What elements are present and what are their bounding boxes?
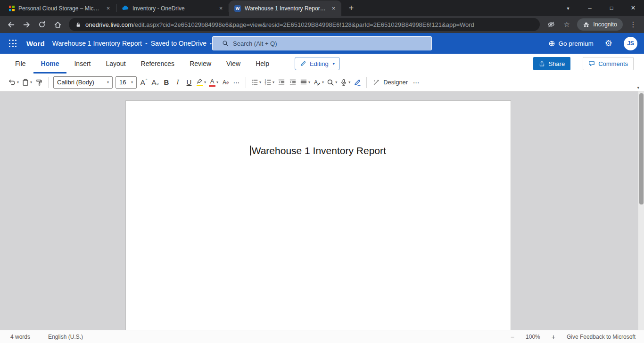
scrollbar-thumb[interactable] — [639, 93, 644, 204]
chevron-down-icon: ▾ — [216, 80, 218, 84]
ribbon-tab-insert[interactable]: Insert — [66, 54, 98, 74]
app-launcher-waffle-icon[interactable] — [9, 40, 17, 47]
underline-button[interactable]: U — [183, 75, 195, 90]
bullets-button[interactable]: ▾ — [249, 75, 263, 90]
font-name-value: Calibri (Body) — [57, 79, 94, 86]
go-premium-button[interactable]: Go premium — [548, 40, 594, 47]
font-color-button[interactable]: A ▾ — [207, 75, 220, 90]
forward-button[interactable] — [19, 17, 33, 32]
back-button[interactable] — [4, 17, 18, 32]
ribbon-tab-references[interactable]: References — [133, 54, 182, 74]
editing-mode-dropdown[interactable]: Editing ▾ — [295, 57, 340, 70]
chevron-down-icon: ▾ — [210, 41, 212, 46]
italic-button[interactable]: I — [172, 75, 183, 90]
new-tab-button[interactable]: + — [345, 1, 358, 15]
tab-search-chevron-icon[interactable]: ▾ — [557, 0, 579, 16]
app-name[interactable]: Word — [26, 40, 45, 48]
save-status: Saved to OneDrive — [151, 40, 206, 47]
align-text-icon — [300, 79, 307, 86]
home-icon — [54, 21, 62, 29]
clear-formatting-button[interactable]: A — [220, 75, 231, 90]
editor-button[interactable] — [352, 75, 363, 90]
font-size-select[interactable]: 16 ▾ — [116, 76, 137, 89]
browser-nav-bar: onedrive.live.com/edit.aspx?cid=2e651029… — [0, 16, 644, 33]
svg-text:A: A — [223, 79, 226, 86]
ribbon-tab-layout[interactable]: Layout — [98, 54, 133, 74]
window-minimize-button[interactable]: – — [579, 0, 601, 16]
increase-indent-button[interactable] — [287, 75, 298, 90]
shrink-font-button[interactable]: Av — [149, 75, 161, 90]
document-heading[interactable]: Warehouse 1 Inventory Report — [126, 145, 511, 156]
chevron-down-icon: ▾ — [259, 80, 261, 84]
paste-button[interactable]: ▾ — [20, 75, 33, 90]
caret-down-icon: v — [157, 82, 159, 86]
designer-label: Designer — [383, 79, 408, 86]
browser-tab-personal-cloud-storage[interactable]: Personal Cloud Storage – Micros × — [4, 0, 116, 16]
zoom-level[interactable]: 100% — [526, 334, 540, 340]
url-path: /edit.aspx?cid=2e651029b84998e6&page=vie… — [133, 21, 474, 28]
tracking-protection-button[interactable] — [544, 17, 558, 32]
search-placeholder: Search (Alt + Q) — [233, 40, 277, 47]
reload-button[interactable] — [35, 17, 49, 32]
window-close-button[interactable]: × — [622, 0, 644, 16]
search-input[interactable]: Search (Alt + Q) — [212, 36, 432, 50]
chevron-down-icon: ▾ — [333, 62, 335, 66]
settings-gear-icon[interactable]: ⚙ — [605, 39, 612, 48]
font-name-select[interactable]: Calibri (Body) ▾ — [53, 76, 113, 89]
account-avatar[interactable]: JS — [624, 37, 637, 50]
alignment-button[interactable]: ▾ — [298, 75, 312, 90]
designer-wand-icon — [373, 79, 380, 86]
close-tab-icon[interactable]: × — [217, 4, 225, 12]
close-tab-icon[interactable]: × — [330, 4, 338, 12]
highlight-color-button[interactable]: ▾ — [195, 75, 207, 90]
undo-button[interactable]: ▾ — [7, 75, 20, 90]
chevron-down-icon: ▾ — [131, 80, 133, 84]
more-font-options-button[interactable]: ⋯ — [231, 75, 242, 90]
chevron-down-icon: ▾ — [308, 80, 310, 84]
browser-tab-inventory-onedrive[interactable]: Inventory - OneDrive × — [116, 0, 229, 16]
ribbon-tab-view[interactable]: View — [219, 54, 248, 74]
status-right-group: − 100% + Give Feedback to Microsoft — [511, 333, 636, 341]
language-selector[interactable]: English (U.S.) — [48, 334, 83, 340]
document-page[interactable]: Warehouse 1 Inventory Report — [125, 100, 511, 330]
ribbon-tab-file[interactable]: File — [8, 54, 33, 74]
bold-button[interactable]: B — [161, 75, 172, 90]
format-painter-button[interactable] — [33, 75, 45, 90]
incognito-label: Incognito — [593, 21, 617, 28]
window-maximize-button[interactable]: □ — [601, 0, 622, 16]
word-count[interactable]: 4 words — [10, 334, 30, 340]
find-button[interactable]: ▾ — [325, 75, 339, 90]
styles-button[interactable]: A ▾ — [312, 75, 325, 90]
ribbon-collapse-button[interactable]: ▾ — [635, 85, 641, 90]
browser-tab-warehouse-report[interactable]: W Warehouse 1 Inventory Report.do × — [229, 0, 341, 16]
browser-menu-button[interactable]: ⋮ — [626, 17, 640, 32]
chevron-down-icon: ▾ — [335, 80, 337, 84]
font-size-value: 16 — [119, 79, 126, 86]
reload-icon — [38, 21, 46, 28]
chevron-down-icon: ▾ — [322, 80, 324, 84]
feedback-link[interactable]: Give Feedback to Microsoft — [567, 334, 636, 340]
zoom-in-button[interactable]: + — [552, 333, 555, 341]
designer-button[interactable]: Designer — [370, 79, 411, 86]
toolbar-divider — [246, 77, 246, 88]
ribbon-tab-home[interactable]: Home — [33, 54, 67, 74]
home-button[interactable] — [50, 17, 65, 32]
ribbon-tab-review[interactable]: Review — [182, 54, 219, 74]
decrease-indent-button[interactable] — [276, 75, 287, 90]
comments-button[interactable]: Comments — [583, 57, 634, 70]
clear-formatting-icon: A — [222, 79, 230, 86]
document-canvas: Warehouse 1 Inventory Report — [0, 91, 644, 330]
bookmark-star-button[interactable]: ☆ — [560, 17, 574, 32]
numbering-button[interactable]: 123 ▾ — [263, 75, 276, 90]
vertical-scrollbar[interactable] — [638, 91, 644, 330]
address-bar[interactable]: onedrive.live.com/edit.aspx?cid=2e651029… — [69, 18, 540, 31]
zoom-out-button[interactable]: − — [511, 333, 514, 341]
document-title-bar[interactable]: Warehouse 1 Inventory Report - Saved to … — [52, 40, 212, 47]
share-button[interactable]: Share — [533, 57, 570, 70]
close-tab-icon[interactable]: × — [104, 4, 112, 12]
ribbon-tab-help[interactable]: Help — [248, 54, 277, 74]
more-commands-button[interactable]: ⋯ — [411, 75, 422, 90]
grow-font-button[interactable]: A^ — [138, 75, 149, 90]
dictate-button[interactable]: ▾ — [339, 75, 352, 90]
clipboard-icon — [22, 79, 29, 86]
